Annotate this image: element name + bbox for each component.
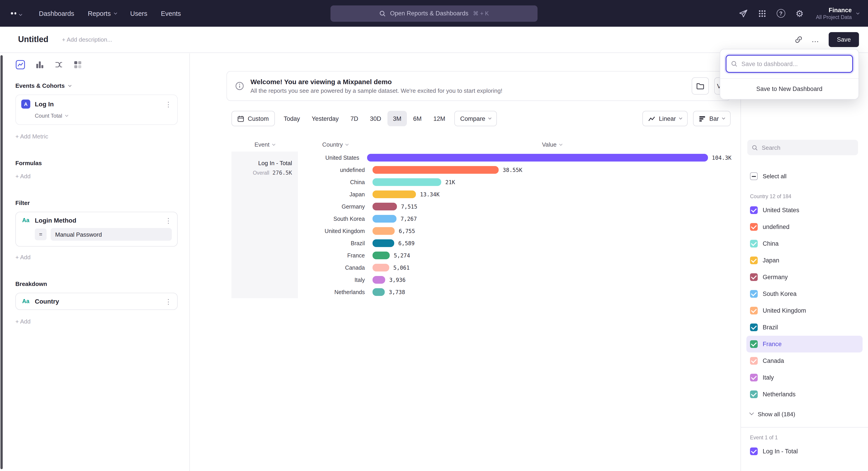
add-filter-button[interactable]: + Add	[16, 254, 31, 261]
report-type-insights[interactable]	[16, 60, 25, 70]
report-type-flows[interactable]	[54, 60, 63, 69]
nav-reports[interactable]: Reports	[88, 10, 117, 17]
country-checkbox[interactable]	[750, 240, 758, 247]
country-checkbox[interactable]	[750, 374, 758, 381]
add-formula-button[interactable]: + Add	[16, 173, 31, 180]
country-checkbox[interactable]	[750, 390, 758, 398]
move-to-board-button[interactable]	[692, 77, 709, 94]
select-all-checkbox[interactable]	[750, 172, 758, 180]
country-filter-item[interactable]: Brazil	[746, 319, 863, 336]
date-range-7d[interactable]: 7D	[345, 111, 364, 126]
legend-search-input[interactable]: Search	[747, 140, 858, 155]
show-all-button[interactable]: Show all (184)	[750, 406, 795, 422]
aggregation-selector[interactable]: Count Total	[35, 113, 172, 119]
breakdown-kebab-menu[interactable]: ⋮	[165, 298, 172, 305]
chart-bar[interactable]	[373, 215, 397, 223]
chart-bar[interactable]	[373, 166, 499, 174]
add-description[interactable]: + Add description...	[62, 36, 112, 43]
help-icon: ?	[777, 9, 785, 18]
help-button[interactable]: ?	[777, 9, 785, 18]
chart-bar[interactable]	[373, 239, 394, 247]
chart-bar[interactable]	[373, 264, 389, 271]
column-header-country[interactable]: Country	[298, 141, 373, 148]
event-legend-item[interactable]: Log In - Total	[746, 443, 863, 460]
country-checkbox[interactable]	[750, 324, 758, 331]
country-checkbox[interactable]	[750, 290, 758, 298]
country-filter-item[interactable]: United Kingdom	[746, 302, 863, 319]
country-filter-item[interactable]: South Korea	[746, 286, 863, 302]
metric-kebab-menu[interactable]: ⋮	[165, 101, 172, 108]
chart-bar[interactable]	[373, 288, 385, 296]
chart-bar[interactable]	[373, 190, 416, 198]
chart-bar[interactable]	[373, 227, 395, 235]
date-range-3m[interactable]: 3M	[388, 111, 407, 126]
events-section-header[interactable]: Events & Cohorts	[16, 82, 178, 89]
project-switcher[interactable]: Finance All Project Data	[816, 7, 859, 20]
country-checkbox[interactable]	[750, 223, 758, 231]
add-breakdown-button[interactable]: + Add	[16, 318, 31, 325]
copy-link-button[interactable]	[795, 36, 802, 43]
global-search[interactable]: Open Reports & Dashboards ⌘ + K	[331, 5, 537, 22]
country-filter-item[interactable]: France	[746, 336, 863, 352]
country-filter-item[interactable]: Canada	[746, 352, 863, 369]
chart-bar[interactable]	[373, 252, 390, 259]
save-button[interactable]: Save	[829, 32, 859, 47]
event-item-checkbox[interactable]	[750, 447, 758, 455]
filter-value[interactable]: Manual Password	[51, 228, 172, 241]
filter-property-name[interactable]: Login Method	[35, 217, 76, 224]
filter-card[interactable]: Aa Login Method ⋮ = Manual Password	[16, 212, 178, 246]
chart-bar[interactable]	[373, 178, 441, 186]
date-range-30d[interactable]: 30D	[365, 111, 387, 126]
country-checkbox[interactable]	[750, 340, 758, 348]
breakdown-card[interactable]: Aa Country ⋮	[16, 293, 178, 310]
report-title[interactable]: Untitled	[18, 35, 49, 45]
metric-name[interactable]: Log In	[35, 100, 54, 108]
add-metric-button[interactable]: + Add Metric	[16, 133, 48, 140]
report-type-retention[interactable]	[73, 60, 82, 69]
app-menu-button[interactable]	[9, 11, 26, 16]
country-filter-item[interactable]: Germany	[746, 269, 863, 286]
country-checkbox[interactable]	[750, 257, 758, 264]
retention-icon	[73, 60, 82, 69]
event-summary-cell[interactable]: Log In - Total Overall276.5K	[231, 152, 298, 298]
country-checkbox[interactable]	[750, 357, 758, 365]
country-checkbox[interactable]	[750, 273, 758, 281]
country-checkbox[interactable]	[750, 307, 758, 315]
country-filter-item[interactable]: Italy	[746, 369, 863, 386]
select-all-row[interactable]: Select all	[750, 172, 863, 180]
filter-operator[interactable]: =	[35, 229, 46, 240]
vertical-scrollbar[interactable]	[0, 55, 3, 469]
save-dashboard-search-input[interactable]: Save to dashboard...	[725, 55, 853, 73]
country-filter-item[interactable]: China	[746, 235, 863, 252]
nav-dashboards[interactable]: Dashboards	[39, 10, 74, 17]
value-scale-select[interactable]: Linear	[643, 111, 688, 126]
date-range-today[interactable]: Today	[278, 111, 305, 126]
country-checkbox[interactable]	[750, 206, 758, 214]
nav-users[interactable]: Users	[130, 10, 147, 17]
country-filter-item[interactable]: Netherlands	[746, 386, 863, 403]
send-feedback-button[interactable]	[739, 9, 748, 18]
metric-card[interactable]: A Log In ⋮ Count Total	[16, 94, 178, 125]
column-header-value[interactable]: Value	[373, 141, 732, 148]
country-filter-item[interactable]: undefined	[746, 218, 863, 235]
custom-date-button[interactable]: Custom	[231, 111, 275, 126]
more-actions-button[interactable]: …	[811, 35, 819, 44]
chart-type-select[interactable]: Bar	[693, 111, 731, 126]
compare-button[interactable]: Compare	[454, 111, 497, 126]
chart-bar[interactable]	[373, 276, 385, 284]
country-filter-item[interactable]: United States	[746, 202, 863, 218]
filter-kebab-menu[interactable]: ⋮	[165, 217, 172, 224]
apps-grid-button[interactable]	[758, 9, 766, 18]
nav-events[interactable]: Events	[161, 10, 181, 17]
column-header-event[interactable]: Event	[231, 141, 298, 148]
date-range-yesterday[interactable]: Yesterday	[306, 111, 344, 126]
chart-bar[interactable]	[367, 154, 708, 161]
chart-bar[interactable]	[373, 203, 397, 210]
report-type-funnels[interactable]	[35, 60, 44, 69]
date-range-6m[interactable]: 6M	[408, 111, 427, 126]
breakdown-property-name[interactable]: Country	[35, 298, 59, 305]
save-to-new-dashboard-item[interactable]: Save to New Dashboard	[720, 78, 859, 99]
country-filter-item[interactable]: Japan	[746, 252, 863, 269]
settings-button[interactable]: ⚙	[796, 9, 804, 18]
date-range-12m[interactable]: 12M	[428, 111, 451, 126]
